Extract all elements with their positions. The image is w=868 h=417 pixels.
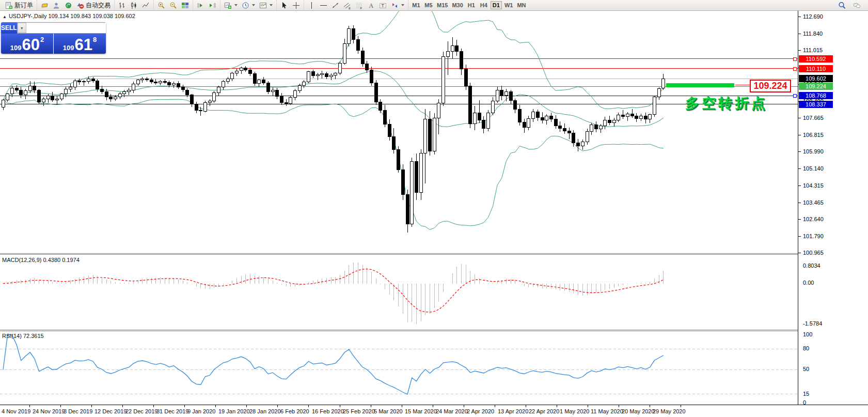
macd-axis-label: 0.8034 xyxy=(803,262,820,269)
macd-label: MACD(12,26,9) 0.4380 0.1974 xyxy=(2,257,80,263)
fibonacci-icon: F xyxy=(355,2,363,9)
highlight-bar-object[interactable] xyxy=(666,83,734,87)
date-axis[interactable]: 4 Nov 201924 Nov 20193 Dec 201912 Dec 20… xyxy=(0,405,868,417)
date-label: 22 Dec 2019 xyxy=(125,408,157,414)
date-tick xyxy=(464,405,464,407)
line-handle[interactable] xyxy=(793,67,797,71)
chart-shift-button[interactable] xyxy=(207,1,218,10)
level-axis-label: 109.602 xyxy=(799,75,833,82)
fibonacci-button[interactable]: F xyxy=(354,1,365,10)
macd-axis-label: 0.00 xyxy=(803,280,814,286)
periods-button[interactable] xyxy=(240,1,257,10)
date-label: 12 Dec 2019 xyxy=(94,408,127,414)
text-label-button[interactable]: T xyxy=(377,1,388,10)
timeframe-m30[interactable]: M30 xyxy=(450,1,464,9)
auto-trading-icon xyxy=(76,2,84,9)
signals-button[interactable] xyxy=(63,1,74,10)
chat-button[interactable] xyxy=(851,1,862,10)
new-chart-button[interactable] xyxy=(223,1,239,10)
date-label: 5 Mar 2020 xyxy=(374,408,403,414)
buy-price-sup: 8 xyxy=(93,36,97,44)
cursor-icon xyxy=(280,2,288,9)
timeframe-m5[interactable]: M5 xyxy=(423,1,434,9)
date-label: 1 May 2020 xyxy=(560,408,589,414)
profiles-button[interactable] xyxy=(39,1,50,10)
equidistant-channel-icon: E xyxy=(343,2,351,9)
level-connector-line xyxy=(735,85,750,85)
price-tick-label: 112.690 xyxy=(803,13,823,20)
collapse-triangle-icon: ▲ xyxy=(3,14,7,19)
vertical-line-button[interactable] xyxy=(306,1,317,10)
buy-price-button[interactable]: 109618 xyxy=(54,34,106,54)
crosshair-button[interactable] xyxy=(291,1,302,10)
sell-price-button[interactable]: 109602 xyxy=(1,34,53,54)
rsi-pane[interactable] xyxy=(0,331,798,405)
timeframe-m1[interactable]: M1 xyxy=(411,1,422,9)
price-tick xyxy=(798,203,801,203)
templates-button[interactable] xyxy=(258,1,274,10)
date-label: 20 May 2020 xyxy=(622,408,655,414)
svg-text:F: F xyxy=(360,6,362,9)
auto-trading-button[interactable]: 自动交易 xyxy=(75,1,112,10)
pane-separator[interactable] xyxy=(0,330,868,331)
level-axis-label: 110.592 xyxy=(799,55,833,63)
arrows-button[interactable] xyxy=(389,1,406,10)
tile-windows-button[interactable] xyxy=(180,1,191,10)
horizontal-line-button[interactable] xyxy=(318,1,329,10)
price-tick xyxy=(798,17,801,17)
price-tick xyxy=(798,118,801,118)
arrows-icon xyxy=(391,2,399,9)
date-label: 29 May 2020 xyxy=(653,408,686,414)
main-chart[interactable] xyxy=(0,11,798,254)
trendline-button[interactable] xyxy=(330,1,341,10)
candlestick-chart-button[interactable] xyxy=(129,1,139,10)
timeframe-h4[interactable]: H4 xyxy=(478,1,490,9)
turning-point-annotation[interactable]: 多空转折点 xyxy=(685,94,768,113)
community-button[interactable] xyxy=(51,1,62,10)
macd-axis-label: -1.5784 xyxy=(803,320,822,327)
zoom-out-button[interactable] xyxy=(168,1,179,10)
timeframe-w1[interactable]: W1 xyxy=(503,1,515,9)
text-icon: A xyxy=(367,2,375,9)
volume-decrease-button[interactable]: ▼ xyxy=(18,23,26,33)
macd-pane[interactable] xyxy=(0,255,798,330)
auto-scroll-button[interactable] xyxy=(195,1,206,10)
price-axis[interactable]: 112.690111.840111.015110.165109.340108.4… xyxy=(798,11,868,405)
cursor-button[interactable] xyxy=(279,1,290,10)
one-click-trading-panel: SELL ▼ ▲ BUY 109602 109618 xyxy=(1,22,106,54)
new-order-label: 新订单 xyxy=(14,1,33,10)
price-tick xyxy=(798,34,801,34)
line-handle[interactable] xyxy=(793,57,797,61)
new-order-button[interactable]: 新订单 xyxy=(4,1,35,10)
chevron-down-icon xyxy=(270,4,273,6)
sell-button[interactable]: SELL xyxy=(1,22,17,34)
timeframe-h1[interactable]: H1 xyxy=(466,1,477,9)
text-button[interactable]: A xyxy=(366,1,376,10)
search-button[interactable] xyxy=(837,1,847,10)
price-tick-label: 104.315 xyxy=(803,182,824,189)
price-tick-label: 107.665 xyxy=(803,115,824,121)
price-tick xyxy=(798,236,801,237)
zoom-in-button[interactable] xyxy=(156,1,167,10)
timeframe-mn[interactable]: MN xyxy=(515,1,527,9)
timeframe-d1[interactable]: D1 xyxy=(491,1,502,9)
price-tick xyxy=(798,168,801,169)
equidistant-channel-button[interactable]: E xyxy=(342,1,353,10)
date-label: 13 Apr 2020 xyxy=(498,408,528,414)
tile-windows-icon xyxy=(181,2,189,9)
level-price-label[interactable]: 109.224 xyxy=(750,80,791,92)
timeframe-m15[interactable]: M15 xyxy=(435,1,449,9)
line-handle[interactable] xyxy=(793,94,797,98)
zoom-in-icon xyxy=(157,2,165,9)
date-tick xyxy=(681,405,681,407)
pane-separator[interactable] xyxy=(0,253,868,255)
level-axis-label: 108.768 xyxy=(799,92,833,99)
date-tick xyxy=(402,405,402,407)
line-chart-button[interactable] xyxy=(140,1,151,10)
volume-input[interactable] xyxy=(26,23,106,33)
horizontal-line-icon xyxy=(320,2,327,9)
search-icon xyxy=(838,2,846,9)
bar-chart-button[interactable] xyxy=(117,1,128,10)
date-label: 15 Mar 2020 xyxy=(405,408,437,414)
date-tick xyxy=(308,405,309,407)
